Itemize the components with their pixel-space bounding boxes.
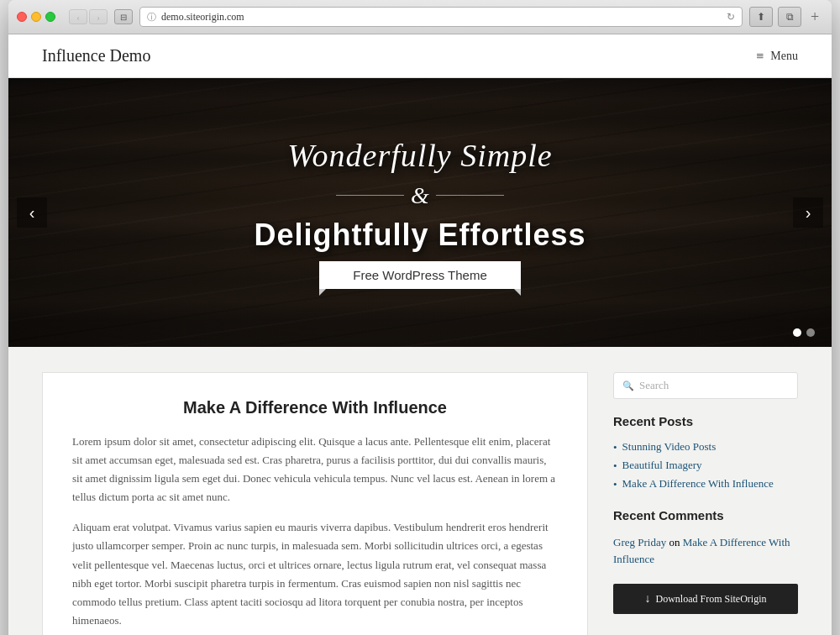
hero-ampersand: &	[411, 182, 429, 209]
recent-post-link-2[interactable]: Beautiful Imagery	[622, 459, 702, 472]
download-button[interactable]: ↓ Download From SiteOrigin	[613, 584, 798, 614]
hero-slider: Wonderfully Simple & Delightfully Effort…	[8, 78, 832, 347]
list-item: Stunning Video Posts	[613, 440, 798, 454]
browser-chrome: ‹ › ⊟ ⓘ demo.siteorigin.com ↻ ⬆ ⧉ +	[8, 0, 832, 34]
search-box[interactable]: 🔍 Search	[613, 372, 798, 399]
back-button[interactable]: ‹	[69, 9, 87, 24]
reader-button[interactable]: ⊟	[114, 9, 133, 24]
recent-posts-section: Recent Posts Stunning Video Posts Beauti…	[613, 414, 798, 491]
hero-banner: Free WordPress Theme	[319, 261, 521, 289]
share-button[interactable]: ⬆	[749, 7, 773, 27]
traffic-lights	[17, 12, 55, 22]
article-title: Make A Difference With Influence	[72, 398, 558, 417]
article-paragraph-1: Lorem ipsum dolor sit amet, consectetur …	[72, 433, 558, 506]
recent-comment-1: Greg Priday on Make A Difference With In…	[613, 534, 798, 567]
site-title: Influence Demo	[42, 46, 150, 66]
recent-post-link-3[interactable]: Make A Difference With Influence	[622, 477, 774, 491]
list-item: Beautiful Imagery	[613, 459, 798, 473]
hero-banner-text: Free WordPress Theme	[353, 268, 487, 282]
forward-button[interactable]: ›	[89, 9, 108, 24]
close-button[interactable]	[17, 12, 27, 22]
reload-icon[interactable]: ↻	[727, 11, 735, 24]
url-text: demo.siteorigin.com	[161, 11, 244, 24]
recent-comments-title: Recent Comments	[613, 508, 798, 526]
hero-divider: &	[336, 182, 504, 209]
search-icon: 🔍	[622, 380, 634, 391]
website: Influence Demo ≡ Menu Wonderfully Simple…	[8, 34, 832, 635]
add-tab-button[interactable]: +	[806, 8, 823, 25]
info-icon: ⓘ	[147, 11, 156, 24]
main-content: Make A Difference With Influence Lorem i…	[8, 347, 832, 635]
article-paragraph-2: Aliquam erat volutpat. Vivamus varius sa…	[72, 518, 558, 630]
sidebar: 🔍 Search Recent Posts Stunning Video Pos…	[613, 372, 798, 635]
menu-button[interactable]: ≡ Menu	[756, 49, 798, 64]
download-icon: ↓	[645, 592, 651, 606]
minimize-button[interactable]	[31, 12, 41, 22]
address-bar[interactable]: ⓘ demo.siteorigin.com ↻	[139, 7, 743, 27]
maximize-button[interactable]	[45, 12, 55, 22]
slider-dots	[793, 328, 815, 337]
download-label: Download From SiteOrigin	[656, 593, 767, 606]
menu-label: Menu	[770, 50, 798, 63]
article-area: Make A Difference With Influence Lorem i…	[42, 372, 588, 635]
list-item: Make A Difference With Influence	[613, 477, 798, 491]
slider-dot-1[interactable]	[793, 328, 801, 337]
search-input[interactable]: Search	[639, 379, 789, 392]
new-tab-button[interactable]: ⧉	[778, 7, 801, 27]
recent-posts-list: Stunning Video Posts Beautiful Imagery M…	[613, 440, 798, 491]
comment-on-text: on	[669, 536, 682, 548]
hamburger-icon: ≡	[756, 49, 764, 64]
site-header: Influence Demo ≡ Menu	[8, 34, 832, 78]
hero-content: Wonderfully Simple & Delightfully Effort…	[8, 78, 832, 347]
article-body: Lorem ipsum dolor sit amet, consectetur …	[72, 433, 558, 635]
hero-subtitle: Delightfully Effortless	[254, 218, 585, 253]
slider-prev-button[interactable]: ‹	[17, 197, 47, 228]
recent-post-link-1[interactable]: Stunning Video Posts	[622, 440, 717, 454]
slider-next-button[interactable]: ›	[793, 197, 823, 228]
recent-posts-title: Recent Posts	[613, 414, 798, 432]
slider-dot-2[interactable]	[806, 328, 815, 337]
browser-window: ‹ › ⊟ ⓘ demo.siteorigin.com ↻ ⬆ ⧉ + Infl…	[8, 0, 832, 635]
comment-author-link[interactable]: Greg Priday	[613, 536, 666, 548]
hero-title-script: Wonderfully Simple	[287, 137, 552, 174]
recent-comments-section: Recent Comments Greg Priday on Make A Di…	[613, 508, 798, 567]
article-box: Make A Difference With Influence Lorem i…	[42, 372, 588, 635]
